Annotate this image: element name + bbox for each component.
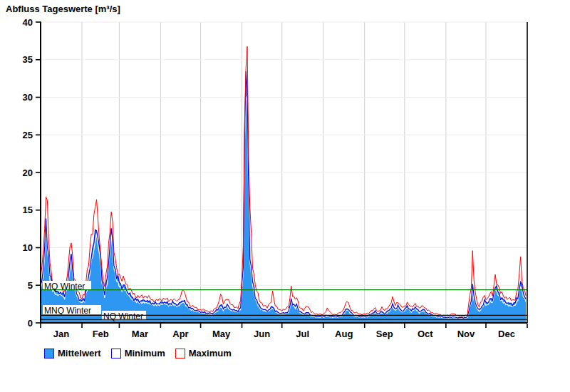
x-tick-label: May bbox=[212, 329, 231, 339]
y-tick-label: 30 bbox=[23, 92, 33, 103]
x-tick-label: Jun bbox=[254, 329, 270, 339]
legend-label-maximum: Maximum bbox=[189, 348, 232, 359]
discharge-chart: MQ WinterMNQ WinterNQ Winter051015202530… bbox=[0, 0, 570, 392]
y-tick-label: 0 bbox=[28, 318, 33, 329]
y-tick-label: 35 bbox=[23, 54, 33, 65]
x-tick-label: Jul bbox=[296, 329, 309, 339]
min-swatch-icon bbox=[111, 349, 121, 359]
x-tick-label: Mar bbox=[132, 329, 148, 339]
ref-label-1: MNQ Winter bbox=[44, 306, 91, 316]
legend-item-minimum: Minimum bbox=[111, 348, 165, 359]
legend-label-mittelwert: Mittelwert bbox=[58, 348, 101, 359]
mean-swatch-icon bbox=[44, 349, 54, 359]
y-tick-label: 40 bbox=[23, 17, 33, 28]
y-tick-label: 15 bbox=[23, 205, 33, 215]
legend-item-mittelwert: Mittelwert bbox=[44, 348, 101, 359]
y-tick-label: 5 bbox=[28, 280, 33, 291]
x-tick-label: Aug bbox=[335, 329, 353, 339]
x-tick-label: Sep bbox=[376, 329, 393, 339]
legend-label-minimum: Minimum bbox=[125, 348, 165, 359]
ref-label-2: NQ Winter bbox=[103, 311, 143, 321]
max-swatch-icon bbox=[175, 349, 185, 359]
y-tick-label: 20 bbox=[23, 167, 33, 178]
legend: Mittelwert Minimum Maximum bbox=[44, 348, 242, 359]
y-tick-label: 25 bbox=[23, 130, 33, 140]
y-tick-label: 10 bbox=[23, 242, 33, 253]
legend-item-maximum: Maximum bbox=[175, 348, 232, 359]
ref-label-0: MQ Winter bbox=[44, 282, 85, 292]
x-tick-label: Apr bbox=[172, 329, 188, 339]
chart-page: Abfluss Tageswerte [m³/s] MQ WinterMNQ W… bbox=[0, 0, 570, 392]
x-tick-label: Dec bbox=[498, 329, 515, 339]
x-tick-label: Jan bbox=[53, 329, 69, 339]
x-tick-label: Nov bbox=[457, 329, 475, 339]
x-tick-label: Feb bbox=[93, 329, 109, 339]
x-tick-label: Oct bbox=[418, 329, 433, 339]
